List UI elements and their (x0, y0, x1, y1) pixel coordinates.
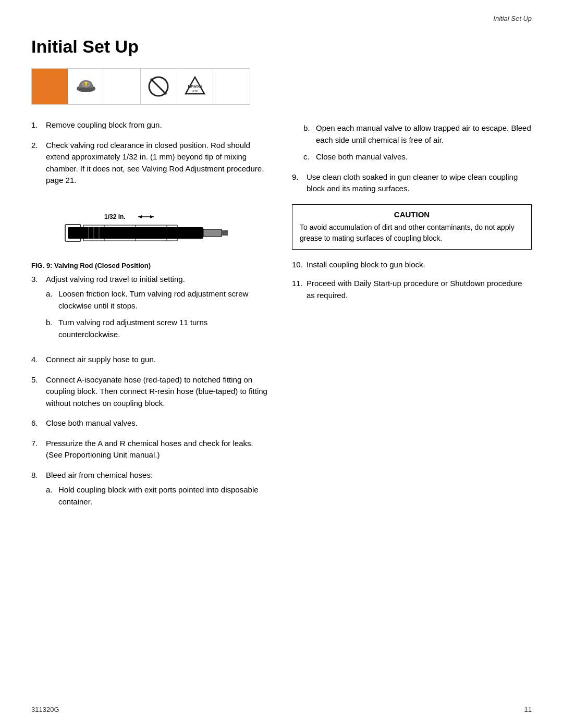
step-11-num: 11. (292, 278, 303, 301)
svg-rect-15 (222, 230, 228, 236)
step-7-text: Pressurize the A and R chemical hoses an… (46, 438, 271, 461)
step-5-text: Connect A-isocyanate hose (red-taped) to… (46, 374, 271, 410)
safety-icon-empty1 (104, 69, 141, 104)
safety-icon-orange (32, 69, 68, 104)
step-3-num: 3. (31, 274, 43, 346)
page-header: Initial Set Up (493, 15, 532, 22)
svg-line-5 (151, 79, 166, 94)
step-8-num: 8. (31, 470, 43, 513)
step-3b-letter: b. (46, 317, 55, 340)
step-2-text: Check valving rod clearance in closed po… (46, 140, 271, 187)
svg-text:👷: 👷 (83, 81, 89, 87)
fig-caption: FIG. 9: Valving Rod (Closed Position) (31, 262, 271, 269)
caution-box: CAUTION To avoid accumulation of dirt an… (292, 204, 532, 250)
step-6-text: Close both manual valves. (46, 417, 271, 429)
step-10: 10. Install coupling block to gun block. (292, 259, 532, 271)
step-3-sub: a. Loosen friction lock. Turn valving ro… (46, 288, 271, 340)
step-3-text: Adjust valving rod travel to initial set… (46, 275, 185, 283)
step-4: 4. Connect air supply hose to gun. (31, 354, 271, 366)
step-3a-text: Loosen friction lock. Turn valving rod a… (58, 288, 271, 312)
step-3b: b. Turn valving rod adjustment screw 11 … (46, 317, 271, 340)
left-column: 1. Remove coupling block from gun. 2. Ch… (31, 119, 271, 521)
footer-left: 311320G (31, 706, 59, 713)
step-9-text: Use clean cloth soaked in gun cleaner to… (307, 171, 532, 195)
step-9: 9. Use clean cloth soaked in gun cleaner… (292, 171, 532, 195)
safety-icon-empty2 (213, 69, 250, 104)
svg-marker-12 (150, 215, 154, 218)
valving-rod-diagram: 1/32 in. (31, 196, 271, 269)
main-list-left: 1. Remove coupling block from gun. 2. Ch… (31, 119, 271, 187)
svg-text:PSI: PSI (192, 90, 198, 93)
step-8b-letter: b. (303, 122, 313, 146)
step-3a-letter: a. (46, 288, 55, 312)
step-7: 7. Pressurize the A and R chemical hoses… (31, 438, 271, 461)
step-8-cont: b. Open each manual valve to allow trapp… (303, 122, 532, 163)
step-8b-text: Open each manual valve to allow trapped … (316, 122, 532, 146)
page-footer: 311320G 11 (31, 706, 532, 713)
step-5: 5. Connect A-isocyanate hose (red-taped)… (31, 374, 271, 410)
safety-icon-hard-hat: 👷 (68, 69, 105, 104)
caution-title: CAUTION (300, 210, 524, 219)
step-5-num: 5. (31, 374, 43, 410)
page-title: Initial Set Up (31, 36, 532, 57)
header-text: Initial Set Up (493, 15, 532, 22)
step-3b-text: Turn valving rod adjustment screw 11 tur… (58, 317, 271, 340)
caution-text: To avoid accumulation of dirt and other … (300, 222, 524, 244)
svg-marker-11 (138, 215, 142, 218)
step-7-num: 7. (31, 438, 43, 461)
main-list-steps3plus: 3. Adjust valving rod travel to initial … (31, 274, 271, 513)
step-6-num: 6. (31, 417, 43, 429)
step-3a: a. Loosen friction lock. Turn valving ro… (46, 288, 271, 312)
step-8a-text: Hold coupling block with exit ports poin… (58, 484, 271, 508)
step-8c-text: Close both manual valves. (316, 151, 408, 163)
step-9-num: 9. (292, 171, 303, 195)
step-8a-letter: a. (46, 484, 55, 508)
right-column: b. Open each manual valve to allow trapp… (292, 119, 532, 521)
svg-text:1/32 in.: 1/32 in. (104, 213, 126, 220)
svg-rect-14 (203, 229, 222, 237)
step-4-num: 4. (31, 354, 43, 366)
step-8-sub: a. Hold coupling block with exit ports p… (46, 484, 271, 508)
step-8c: c. Close both manual valves. (303, 151, 532, 163)
safety-icon-no-entry (141, 69, 177, 104)
svg-rect-1 (78, 88, 94, 90)
step-8: 8. Bleed air from chemical hoses: a. Hol… (31, 470, 271, 513)
step-8a: a. Hold coupling block with exit ports p… (46, 484, 271, 508)
step-10-text: Install coupling block to gun block. (307, 259, 532, 271)
step-6: 6. Close both manual valves. (31, 417, 271, 429)
valving-rod-svg: 1/32 in. (63, 212, 240, 258)
step-3: 3. Adjust valving rod travel to initial … (31, 274, 271, 346)
step-8-content: Bleed air from chemical hoses: a. Hold c… (46, 470, 271, 513)
safety-icon-pressure: MPa/bar PSI (177, 69, 214, 104)
step-1-text: Remove coupling block from gun. (46, 119, 271, 131)
svg-text:MPa/bar: MPa/bar (188, 84, 202, 88)
step-11: 11. Proceed with Daily Start-up procedur… (292, 278, 532, 301)
step-1-num: 1. (31, 119, 43, 131)
right-steps-10-11: 10. Install coupling block to gun block.… (292, 259, 532, 302)
step-1: 1. Remove coupling block from gun. (31, 119, 271, 131)
step-8b: b. Open each manual valve to allow trapp… (303, 122, 532, 146)
footer-right: 11 (524, 706, 532, 713)
step-4-text: Connect air supply hose to gun. (46, 354, 271, 366)
step-10-num: 10. (292, 259, 303, 271)
step-2: 2. Check valving rod clearance in closed… (31, 140, 271, 187)
safety-icons-row: 👷 MPa/bar PSI (31, 68, 250, 105)
step-2-num: 2. (31, 140, 43, 187)
step-11-text: Proceed with Daily Start-up procedure or… (307, 278, 532, 301)
step-3-content: Adjust valving rod travel to initial set… (46, 274, 271, 346)
step-8-text: Bleed air from chemical hoses: (46, 471, 153, 479)
right-main-list: 9. Use clean cloth soaked in gun cleaner… (292, 171, 532, 195)
step-8c-letter: c. (303, 151, 313, 163)
